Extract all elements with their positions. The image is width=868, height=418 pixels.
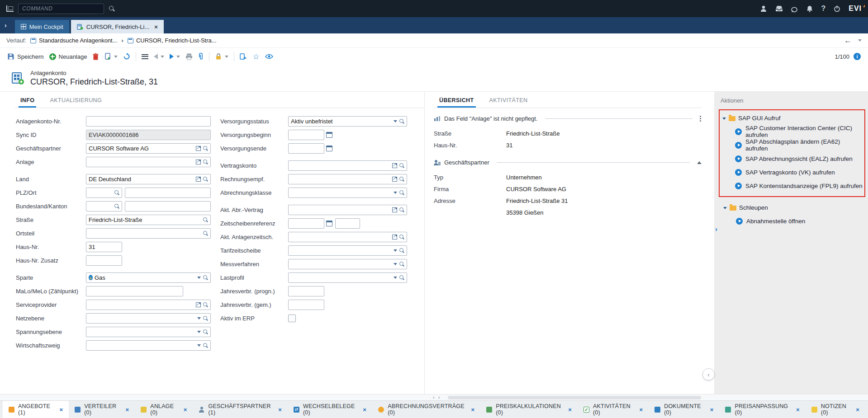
- search-icon[interactable]: [203, 343, 208, 348]
- save-button[interactable]: Speichern: [7, 53, 44, 60]
- search-icon[interactable]: [114, 190, 119, 195]
- bottom-tab-preisanpassung[interactable]: PREISANPASSUNG (0): [719, 401, 805, 418]
- land-input[interactable]: DE Deutschland: [86, 174, 211, 184]
- haus-nr-input[interactable]: 31: [86, 242, 122, 252]
- dropdown-caret-icon[interactable]: [394, 249, 397, 252]
- watch-button[interactable]: [265, 54, 273, 59]
- search-icon[interactable]: [203, 302, 208, 307]
- wirtschaftszweig-select[interactable]: [86, 340, 211, 351]
- delete-button[interactable]: [92, 53, 99, 60]
- close-tab-icon[interactable]: [568, 406, 572, 413]
- versorgungsstatus-select[interactable]: Aktiv unbefristet: [288, 116, 407, 127]
- aktiv-im-erp-checkbox[interactable]: [288, 315, 296, 322]
- attachment-button[interactable]: [198, 53, 204, 61]
- collapse-section-icon[interactable]: [697, 161, 702, 164]
- open-record-icon[interactable]: [392, 163, 397, 168]
- next-record-button[interactable]: [170, 54, 180, 59]
- open-record-icon[interactable]: [196, 146, 201, 151]
- search-icon[interactable]: [203, 176, 208, 182]
- copy-dropdown-icon[interactable]: [114, 56, 118, 58]
- anlagenkonto-nr-input[interactable]: [86, 116, 211, 127]
- bottom-tab-abrechnungsvertraege[interactable]: ABRECHNUNGSVERTRÄGE (0): [372, 401, 480, 418]
- close-tab-icon[interactable]: [639, 406, 643, 413]
- command-input[interactable]: [18, 4, 104, 14]
- redo-icon[interactable]: [791, 5, 798, 12]
- user-icon[interactable]: [760, 5, 767, 12]
- bottom-tab-dokumente[interactable]: DOKUMENTE (0): [649, 401, 719, 418]
- expand-chevron-icon[interactable]: [715, 225, 717, 233]
- zeitscheibenreferenz-input[interactable]: [288, 218, 324, 229]
- search-icon[interactable]: [399, 275, 404, 280]
- tree-collapse-icon[interactable]: [723, 207, 727, 209]
- close-tab-icon[interactable]: [126, 406, 129, 413]
- tab-mein-cockpit[interactable]: Mein Cockpit: [15, 20, 69, 33]
- next-dropdown-icon[interactable]: [176, 56, 180, 58]
- open-record-icon[interactable]: [196, 177, 201, 182]
- lock-dropdown-icon[interactable]: [225, 56, 228, 58]
- assign-button[interactable]: [240, 53, 247, 60]
- jahresverbr-progn-input[interactable]: [288, 286, 324, 296]
- help-icon[interactable]: [821, 5, 825, 13]
- history-dropdown-icon[interactable]: [858, 39, 862, 42]
- search-icon[interactable]: [399, 190, 404, 195]
- tab-record-active[interactable]: CURSOR, Friedrich-Li...: [71, 20, 164, 33]
- plz-input[interactable]: [86, 188, 122, 198]
- more-menu-icon[interactable]: [700, 116, 702, 122]
- search-icon[interactable]: [203, 315, 208, 321]
- rechnungsempf-input[interactable]: [288, 174, 407, 184]
- haus-nr-zusatz-input[interactable]: [86, 255, 122, 266]
- akt-anlagenzeitsch-input[interactable]: [288, 232, 407, 242]
- action-item[interactable]: SAP Abschlagsplan ändern (EA62) aufrufen: [721, 138, 863, 152]
- history-item-record[interactable]: CURSOR, Friedrich-List-Stra...: [128, 37, 217, 44]
- app-menu-icon[interactable]: [6, 5, 14, 12]
- previous-dropdown-icon[interactable]: [161, 56, 164, 58]
- scroll-left-icon[interactable]: ‹: [433, 395, 435, 400]
- refresh-button[interactable]: [123, 53, 130, 60]
- action-item[interactable]: SAP Abrechnungssicht (EALZ) aufrufen: [721, 152, 863, 165]
- search-icon[interactable]: [399, 248, 404, 253]
- bottom-tab-angebote[interactable]: ANGEBOTE (1): [3, 401, 69, 418]
- ortsteil-input[interactable]: [86, 228, 211, 239]
- search-icon[interactable]: [203, 146, 208, 151]
- strasse-input[interactable]: Friedrich-List-Straße: [86, 215, 211, 225]
- print-button[interactable]: [185, 53, 193, 60]
- bottom-tab-anlage[interactable]: ANLAGE (0): [135, 401, 193, 418]
- akt-abr-vertrag-input[interactable]: [288, 205, 407, 215]
- bell-icon[interactable]: [806, 5, 813, 12]
- tarifzeitscheibe-select[interactable]: [288, 245, 407, 256]
- tab-close-icon[interactable]: [154, 23, 158, 30]
- bottom-tab-geschaeftspartner[interactable]: GESCHÄFTSPARTNER (1): [193, 401, 288, 418]
- versorgungsende-input[interactable]: [288, 143, 324, 154]
- bundesland-code-input[interactable]: [86, 201, 122, 211]
- search-icon[interactable]: [203, 159, 208, 164]
- menu-button[interactable]: [142, 54, 148, 59]
- action-group-sap[interactable]: SAP GUI Aufruf: [721, 111, 863, 125]
- scrollbar-thumb[interactable]: [448, 396, 701, 399]
- search-icon[interactable]: [399, 163, 404, 168]
- vertragskonto-input[interactable]: [288, 160, 407, 171]
- versorgungsbeginn-input[interactable]: [288, 130, 324, 140]
- malo-melo-input[interactable]: [86, 286, 183, 296]
- tree-collapse-icon[interactable]: [722, 117, 726, 120]
- search-icon[interactable]: [399, 118, 404, 124]
- scroll-right-icon[interactable]: ›: [438, 395, 440, 400]
- favorite-button[interactable]: [252, 53, 259, 61]
- command-search-icon[interactable]: [109, 5, 115, 12]
- history-back-icon[interactable]: [844, 36, 852, 45]
- tab-info[interactable]: INFO: [19, 97, 36, 108]
- dropdown-caret-icon[interactable]: [197, 277, 201, 279]
- close-tab-icon[interactable]: [278, 406, 282, 413]
- search-icon[interactable]: [203, 329, 208, 334]
- sparte-select[interactable]: Gas: [86, 272, 211, 283]
- bottom-tab-preiskalkulationen[interactable]: PREISKALKULATIONEN (0): [480, 401, 578, 418]
- search-icon[interactable]: [399, 234, 404, 240]
- close-tab-icon[interactable]: [856, 406, 859, 413]
- close-tab-icon[interactable]: [796, 406, 800, 413]
- info-icon[interactable]: [854, 53, 861, 60]
- open-record-icon[interactable]: [196, 160, 201, 164]
- zeitscheibenreferenz-nr-input[interactable]: [335, 218, 360, 229]
- close-tab-icon[interactable]: [363, 406, 366, 413]
- collapse-panel-button[interactable]: [702, 368, 715, 380]
- dropdown-caret-icon[interactable]: [394, 192, 397, 194]
- ort-input[interactable]: [125, 188, 211, 198]
